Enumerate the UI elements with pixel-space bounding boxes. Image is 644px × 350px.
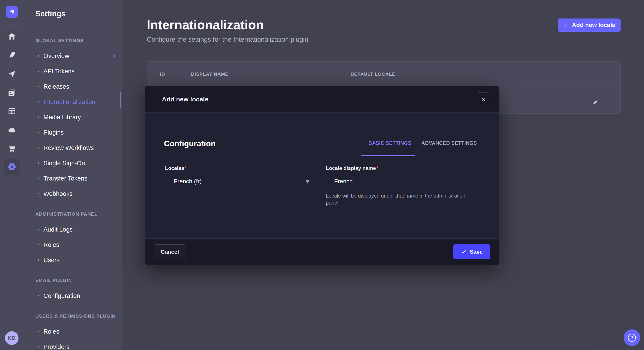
modal-body: Configuration BASIC SETTINGS ADVANCED SE… [145, 113, 499, 238]
modal-title: Add new locale [162, 96, 208, 103]
display-name-label: Locale display name* [326, 165, 378, 171]
locales-select[interactable]: French (fr) [165, 174, 319, 189]
cancel-button[interactable]: Cancel [154, 244, 186, 259]
tab-basic-settings[interactable]: BASIC SETTINGS [368, 140, 411, 146]
display-name-helper: Locale will be displayed under that name… [326, 192, 475, 206]
tab-advanced-settings[interactable]: ADVANCED SETTINGS [422, 140, 477, 146]
save-button[interactable]: Save [454, 244, 490, 259]
locales-label: Locales* [165, 165, 187, 171]
save-label: Save [470, 249, 483, 255]
tabs-divider [164, 156, 480, 156]
modal-header: Add new locale [145, 86, 499, 113]
configuration-heading: Configuration [164, 139, 216, 148]
display-name-input[interactable] [326, 174, 480, 189]
modal-footer: Cancel Save [145, 238, 499, 265]
chevron-down-icon [306, 180, 310, 183]
active-tab-underline [361, 155, 415, 156]
check-icon [461, 249, 466, 255]
close-modal-button[interactable] [476, 93, 490, 106]
locales-select-value: French (fr) [174, 178, 202, 185]
close-icon [481, 97, 486, 102]
add-locale-modal: Add new locale Configuration BASIC SETTI… [145, 86, 499, 265]
